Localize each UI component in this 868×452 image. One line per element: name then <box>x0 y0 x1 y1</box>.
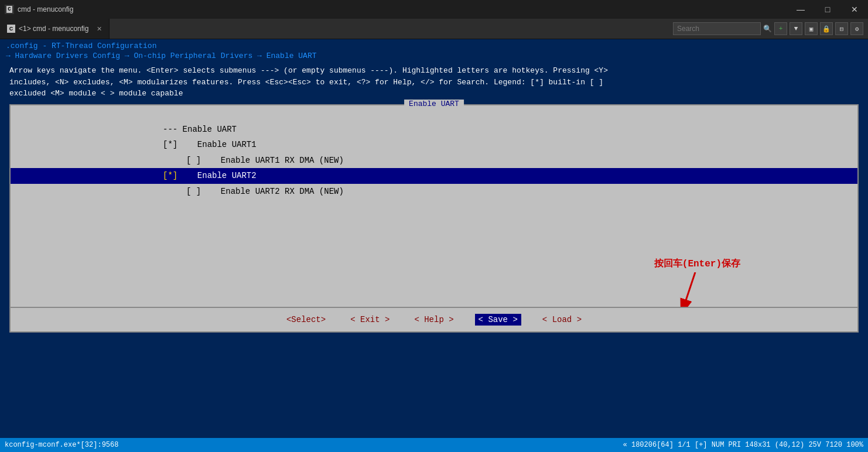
annotation-text: 按回车(Enter)保存 <box>654 258 740 270</box>
select-button[interactable]: <Select> <box>283 314 329 326</box>
bottom-buttons: <Select> < Exit > < Help > < Save > < Lo… <box>11 307 857 331</box>
load-button[interactable]: < Load > <box>539 314 585 326</box>
tab-label: <1> cmd - menuconfig <box>19 25 88 33</box>
status-info: « 180206[64] 1/1 [+] NUM PRI 148x31 (40,… <box>623 441 863 449</box>
help-line2: includes, <N> excludes, <M> modularizes … <box>9 77 859 88</box>
menuconfig-outer: Enable UART --- Enable UART [*] Enable U… <box>0 104 868 439</box>
main-area: .config - RT-Thread Configuration → Hard… <box>0 39 868 438</box>
menu-header: --- Enable UART <box>11 122 857 138</box>
panel-title: Enable UART <box>404 100 464 108</box>
exit-button[interactable]: < Exit > <box>347 314 393 326</box>
help-line3: excluded <M> module < > module capable <box>9 88 859 100</box>
split-button[interactable]: ⊟ <box>835 22 848 35</box>
tab-icon: C <box>7 25 15 33</box>
menu-item-uart2[interactable]: [*] Enable UART2 <box>11 168 857 184</box>
help-button[interactable]: < Help > <box>411 314 457 326</box>
menu-item-uart1-dma[interactable]: [ ] Enable UART1 RX DMA (NEW) <box>11 153 857 169</box>
dropdown-button[interactable]: ▼ <box>790 22 802 35</box>
uart2-dma-label: Enable UART2 RX DMA (NEW) <box>221 187 344 196</box>
search-input[interactable] <box>673 22 761 35</box>
status-bar: kconfig-mconf.exe*[32]:9568 « 180206[64]… <box>0 438 868 452</box>
help-line1: Arrow keys navigate the menu. <Enter> se… <box>9 65 859 77</box>
search-icon: 🔍 <box>763 25 772 33</box>
menu-item-uart2-dma[interactable]: [ ] Enable UART2 RX DMA (NEW) <box>11 184 857 200</box>
config-panel: Enable UART --- Enable UART [*] Enable U… <box>9 104 859 333</box>
menu-item-uart1[interactable]: [*] Enable UART1 <box>11 137 857 153</box>
lock-button[interactable]: 🔒 <box>820 22 833 35</box>
close-button[interactable]: ✕ <box>841 0 868 19</box>
title-bar-text: cmd - menuconfig <box>18 5 73 13</box>
uart1-dma-label: Enable UART1 RX DMA (NEW) <box>221 156 344 165</box>
uart2-label: Enable UART2 <box>197 171 257 180</box>
title-bar: C cmd - menuconfig — □ ✕ <box>0 0 868 19</box>
help-text: Arrow keys navigate the menu. <Enter> se… <box>0 63 868 104</box>
maximize-button[interactable]: □ <box>814 0 841 19</box>
status-process: kconfig-mconf.exe*[32]:9568 <box>5 441 614 449</box>
uart1-bracket: [*] <box>163 140 177 149</box>
window-controls: — □ ✕ <box>787 0 868 19</box>
uart1-label: Enable UART1 <box>197 140 257 149</box>
breadcrumb-path: → Hardware Drivers Config → On-chip Peri… <box>6 52 862 60</box>
config-title: .config - RT-Thread Configuration <box>6 42 862 50</box>
uart2-bracket: [*] <box>163 171 177 180</box>
config-items: --- Enable UART [*] Enable UART1 [ ] Ena… <box>11 110 857 200</box>
header-text: --- Enable UART <box>163 125 237 134</box>
app-icon: C <box>5 5 14 14</box>
uart2-dma-bracket: [ ] <box>186 187 201 196</box>
settings-button[interactable]: ⚙ <box>850 22 863 35</box>
save-button[interactable]: < Save > <box>475 314 521 326</box>
uart1-dma-bracket: [ ] <box>186 156 201 165</box>
layout-button[interactable]: ▣ <box>805 22 818 35</box>
search-area: 🔍 + ▼ ▣ 🔒 ⊟ ⚙ <box>673 19 868 39</box>
minimize-button[interactable]: — <box>787 0 814 19</box>
tab-item-cmd[interactable]: C <1> cmd - menuconfig ✕ <box>0 19 110 39</box>
add-button[interactable]: + <box>774 22 787 35</box>
tab-close-icon[interactable]: ✕ <box>97 25 102 33</box>
breadcrumb-bar: .config - RT-Thread Configuration → Hard… <box>0 39 868 63</box>
tab-bar: C <1> cmd - menuconfig ✕ 🔍 + ▼ ▣ 🔒 ⊟ ⚙ <box>0 19 868 39</box>
